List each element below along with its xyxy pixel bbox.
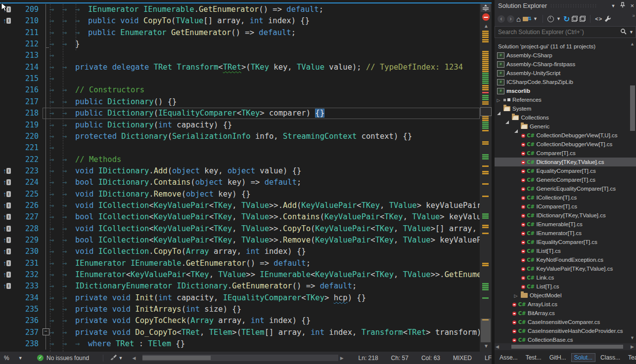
tree-item-generic[interactable]: Generic	[495, 122, 636, 131]
tree-vertical-scrollbar-thumb[interactable]	[630, 85, 635, 131]
code-line[interactable]: 213→	[0, 50, 492, 61]
code-text[interactable]: →→private void CopyToCheck(Array array, …	[49, 315, 480, 326]
status-line-number[interactable]: Ln: 218	[359, 355, 378, 362]
vertical-scrollbar-thumb[interactable]	[481, 319, 491, 342]
status-eol[interactable]: LF	[485, 355, 492, 362]
scroll-down-arrow-icon[interactable]: ▼	[484, 343, 489, 349]
code-text[interactable]: →→→public Enumerator GetEnumerator() => …	[49, 27, 480, 39]
code-line[interactable]: ↑I232→→IEnumerator<KeyValuePair<TKey, TV…	[0, 269, 492, 281]
code-line[interactable]: ↑I230→→void ICollection.CopyTo(Array arr…	[0, 246, 492, 257]
collapse-all-icon[interactable]	[572, 14, 578, 23]
close-icon[interactable]: ×	[630, 0, 634, 12]
switch-views-icon[interactable]: ⇅	[523, 14, 531, 23]
tree-item-keynotfoundexception-cs[interactable]: C#KeyNotFoundException.cs	[495, 255, 636, 264]
code-text[interactable]: →→→IEnumerator IEnumerable.GetEnumerator…	[49, 4, 480, 15]
chevron-down-icon[interactable]: ▼	[118, 356, 123, 361]
editor-horizontal-scrollbar[interactable]	[142, 355, 338, 361]
tree-item-link-cs[interactable]: C#Link.cs	[495, 273, 636, 282]
code-line[interactable]: 214→→private delegate TRet Transform<TRe…	[0, 62, 492, 73]
expanded-arrow-icon[interactable]	[495, 106, 502, 112]
tree-item-system[interactable]: System	[495, 104, 629, 113]
code-line[interactable]: 215→	[0, 73, 492, 84]
tree-item-idictionary-tkey-tvalue-cs[interactable]: C#IDictionary[TKey,TValue].cs	[495, 211, 636, 220]
code-text[interactable]: →→// Methods	[49, 154, 480, 165]
tree-item-comparer-t-cs[interactable]: C#Comparer[T].cs	[495, 149, 636, 158]
code-line[interactable]: ↑I228→→void ICollection<KeyValuePair<TKe…	[0, 223, 492, 235]
tree-item-genericcomparer-t-cs[interactable]: C#GenericComparer[T].cs	[495, 175, 636, 184]
collapse-region-button[interactable]: −	[43, 328, 49, 335]
scroll-right-arrow-icon[interactable]: ▶	[340, 356, 344, 361]
code-lines-container[interactable]: ↑I209→→→IEnumerator IEnumerable.GetEnume…	[0, 0, 492, 352]
tool-window-tab-test[interactable]: Test...	[523, 353, 545, 362]
scroll-down-arrow-icon[interactable]: ▼	[630, 335, 635, 340]
code-text[interactable]: →	[49, 73, 480, 84]
tree-item-list-t-cs[interactable]: C#List[T].cs	[495, 282, 636, 291]
tree-item-icollection-t-cs[interactable]: C#ICollection[T].cs	[495, 193, 636, 202]
code-line[interactable]: 220→→protected Dictionary(SerializationI…	[0, 131, 492, 142]
code-line[interactable]: ↑I209→→→IEnumerator IEnumerable.GetEnume…	[0, 4, 492, 15]
code-text[interactable]: →→private void Do_CopyTo<TRet, TElem>(TE…	[49, 327, 480, 338]
code-text[interactable]: →→public Dictionary(IEqualityComparer<TK…	[49, 108, 480, 119]
code-editor[interactable]: ↑I209→→→IEnumerator IEnumerable.GetEnume…	[0, 0, 492, 364]
solution-explorer-title-bar[interactable]: Solution Explorer ▼ ×	[495, 0, 636, 12]
code-cleanup-brush-icon[interactable]	[110, 354, 117, 362]
tree-item-dictionary-tkey-tvalue-cs[interactable]: C#Dictionary[TKey,TValue].cs	[495, 158, 636, 166]
code-line[interactable]: 238→→→where TRet : TElem {}	[0, 338, 492, 350]
code-text[interactable]: →→void ICollection<KeyValuePair<TKey, TV…	[49, 200, 480, 211]
code-line[interactable]: 234→→private void Init(int capacity, IEq…	[0, 292, 492, 304]
tree-item-icomparer-t-cs[interactable]: C#IComparer[T].cs	[495, 202, 636, 211]
code-text[interactable]: →→public Dictionary(int capacity) {}	[49, 120, 480, 131]
code-text[interactable]: →	[49, 142, 480, 154]
code-text[interactable]: →→protected Dictionary(SerializationInfo…	[49, 131, 480, 142]
code-text[interactable]: →→public Dictionary() {}	[49, 96, 480, 108]
tool-window-tab-asse[interactable]: Asse...	[497, 353, 521, 362]
code-line[interactable]: 217→→public Dictionary() {}	[0, 96, 492, 108]
tool-window-tab-tea[interactable]: Tea...	[625, 353, 636, 362]
pin-icon[interactable]	[620, 0, 625, 12]
tree-item-icsharpcode-sharpziplib[interactable]: #ICSharpCode.SharpZipLib	[495, 78, 631, 86]
code-line[interactable]: ↑I224→→bool IDictionary.Contains(object …	[0, 177, 492, 188]
zoom-level-select[interactable]: % ▼	[4, 355, 30, 362]
code-line[interactable]: ↑I231→→IEnumerator IEnumerable.GetEnumer…	[0, 258, 492, 269]
tool-window-tab-solut[interactable]: Solut...	[571, 353, 595, 362]
back-icon[interactable]: ‹	[498, 14, 505, 23]
code-line[interactable]: ↑I226→→void ICollection<KeyValuePair<TKe…	[0, 200, 492, 211]
code-line[interactable]: 219→→public Dictionary(int capacity) {}	[0, 120, 492, 131]
code-text[interactable]: →→void ICollection.CopyTo(Array array, i…	[49, 246, 480, 257]
tree-item-caseinsensitivehashcodeprovider-cs[interactable]: C#CaseInsensitiveHashCodeProvider.cs	[495, 326, 636, 335]
code-text[interactable]: →→→where TRet : TElem {}	[49, 338, 480, 350]
toolbar-overflow-icon[interactable]: »	[632, 13, 635, 18]
code-line[interactable]: ↑I210→→→public void CopyTo(TValue[] arra…	[0, 15, 492, 27]
tool-window-tab-class[interactable]: Class...	[597, 353, 623, 362]
code-text[interactable]: →→IEnumerator<KeyValuePair<TKey, TValue>…	[49, 269, 480, 281]
window-position-caret-icon[interactable]: ▼	[611, 0, 615, 12]
horizontal-scrollbar-thumb[interactable]	[142, 356, 211, 360]
collapsed-arrow-icon[interactable]: ▷	[512, 292, 520, 298]
expanded-arrow-icon[interactable]	[503, 115, 511, 121]
status-column[interactable]: Col: 63	[421, 355, 440, 362]
solution-tree[interactable]: Solution 'project-gui' (11 of 11 project…	[495, 40, 636, 343]
search-icon[interactable]	[620, 28, 627, 37]
code-line[interactable]: ↑I225→→void IDictionary.Remove(object ke…	[0, 189, 492, 200]
code-text[interactable]: →→IEnumerator IEnumerable.GetEnumerator(…	[49, 258, 480, 269]
tree-item-iequalitycomparer-t-cs[interactable]: C#IEqualityComparer[T].cs	[495, 238, 636, 246]
tree-item-ienumerator-t-cs[interactable]: C#IEnumerator[T].cs	[495, 229, 636, 238]
tree-item-bitarray-cs[interactable]: C#BitArray.cs	[495, 309, 636, 318]
scroll-left-arrow-icon[interactable]: ◀	[132, 356, 136, 361]
code-text[interactable]: →→void ICollection<KeyValuePair<TKey, TV…	[49, 223, 480, 235]
scroll-up-arrow-icon[interactable]: ▲	[484, 23, 489, 29]
scroll-left-arrow-icon[interactable]: ◀	[496, 344, 499, 349]
tree-item-collectionbase-cs[interactable]: C#CollectionBase.cs	[495, 335, 636, 343]
tool-window-tab-gith[interactable]: GitH...	[546, 353, 569, 362]
code-text[interactable]: →→void IDictionary.Remove(object key) {}	[49, 189, 480, 200]
refresh-icon[interactable]: ↻	[563, 14, 570, 23]
chevron-down-icon[interactable]: ▼	[629, 30, 634, 35]
home-icon[interactable]: ⌂	[516, 14, 521, 23]
split-window-handle-icon[interactable]	[481, 4, 491, 12]
show-all-files-icon[interactable]	[580, 14, 586, 23]
code-text[interactable]: →→private void Init(int capacity, IEqual…	[49, 292, 480, 304]
code-line[interactable]: 236→→private void CopyToCheck(Array arra…	[0, 315, 492, 326]
editor-vertical-scrollbar[interactable]: ▲ ▼	[480, 3, 492, 352]
code-text[interactable]: →→}	[49, 39, 480, 50]
tree-item-arraylist-cs[interactable]: C#ArrayList.cs	[495, 300, 636, 309]
